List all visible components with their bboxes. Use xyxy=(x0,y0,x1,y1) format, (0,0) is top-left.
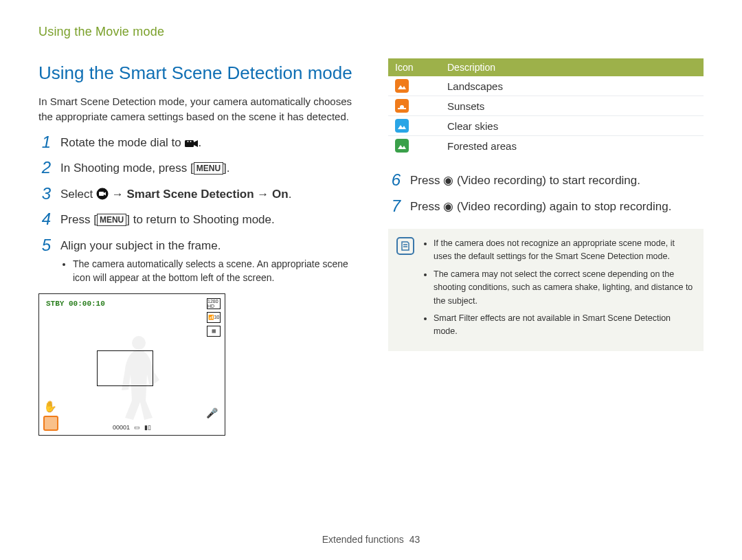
step-3: 3 Select → Smart Scene Detection → On. xyxy=(38,186,354,203)
settings-badge: ▦ xyxy=(207,326,221,337)
svg-rect-4 xyxy=(99,192,104,196)
page-footer: Extended functions 43 xyxy=(0,534,742,545)
preview-bottom-bar: 00001 ▭ ▮▯ xyxy=(39,424,225,431)
step-number: 7 xyxy=(388,198,401,214)
section-title: Using the Smart Scene Detection mode xyxy=(38,63,354,84)
step-text: Rotate the mode dial to xyxy=(60,136,185,149)
step-number: 4 xyxy=(38,211,51,227)
step-bold-1: Smart Scene Detection xyxy=(126,188,254,201)
table-row: Landscapes xyxy=(388,76,704,96)
step-text: Select xyxy=(60,188,96,201)
step-body: In Shooting mode, press [MENU]. xyxy=(60,159,354,177)
step-number: 6 xyxy=(388,172,401,188)
steps-list-right: 6 Press ◉ (Video recording) to start rec… xyxy=(388,172,704,215)
breadcrumb: Using the Movie mode xyxy=(38,25,704,39)
step-text-post: ]. xyxy=(223,161,229,175)
note-list: If the camera does not recognize an appr… xyxy=(423,237,694,339)
sub-bullet: The camera automatically selects a scene… xyxy=(73,257,354,285)
landscape-icon xyxy=(395,79,409,93)
intro-paragraph: In Smart Scene Detection mode, your came… xyxy=(38,94,354,124)
movie-mode-icon xyxy=(185,139,199,148)
step-number: 3 xyxy=(38,186,51,202)
svg-point-5 xyxy=(132,336,146,350)
page-root: Using the Movie mode Using the Smart Sce… xyxy=(0,0,742,560)
clear-sky-icon xyxy=(395,119,409,133)
step-text-post: ] to return to Shooting mode. xyxy=(126,213,274,226)
step-body: Press ◉ (Video recording) again to stop … xyxy=(410,198,704,216)
content-columns: Using the Smart Scene Detection mode In … xyxy=(38,58,704,436)
step-body: Select → Smart Scene Detection → On. xyxy=(60,186,354,203)
ois-icon: ✋ xyxy=(43,400,58,413)
menu-key: MENU xyxy=(194,162,223,175)
note-box: If the camera does not recognize an appr… xyxy=(388,229,704,351)
preview-right-icons: 1280 HD 📶30 ▦ xyxy=(207,298,221,337)
time-label: 00:00:10 xyxy=(69,300,105,308)
step-body: Rotate the mode dial to . xyxy=(60,134,354,152)
forest-icon xyxy=(395,139,409,153)
step-text-post: . xyxy=(289,188,292,201)
step-2: 2 In Shooting mode, press [MENU]. xyxy=(38,159,354,177)
step-body: Press [MENU] to return to Shooting mode. xyxy=(60,211,354,229)
storage-icon: ▭ xyxy=(134,424,140,431)
preview-status: STBY 00:00:10 xyxy=(46,300,105,308)
sunset-icon xyxy=(395,99,409,113)
note-item: The camera may not select the correct sc… xyxy=(434,268,694,308)
microphone-icon: 🎤 xyxy=(206,407,218,418)
table-row: Forested areas xyxy=(388,136,704,156)
note-item: Smart Filter effects are not available i… xyxy=(434,312,694,339)
table-row: Clear skies xyxy=(388,116,704,136)
note-item: If the camera does not recognize an appr… xyxy=(434,237,694,264)
table-header-desc: Description xyxy=(440,58,704,76)
step-text: Align your subject in the frame. xyxy=(60,239,221,252)
step-text-post: . xyxy=(199,136,202,149)
step-sub-bullets: The camera automatically selects a scene… xyxy=(73,257,354,285)
step-text: Press [ xyxy=(60,213,97,226)
hd-badge: 1280 HD xyxy=(207,298,221,309)
step-body: Press ◉ (Video recording) to start recor… xyxy=(410,172,704,190)
focus-rectangle xyxy=(97,350,153,386)
movie-settings-icon xyxy=(96,188,109,200)
footer-page-number: 43 xyxy=(409,534,420,545)
svg-rect-7 xyxy=(398,108,406,109)
step-4: 4 Press [MENU] to return to Shooting mod… xyxy=(38,211,354,229)
scene-description-table: Icon Description Landscapes Sunsets xyxy=(388,58,704,155)
svg-rect-0 xyxy=(185,140,194,147)
step-5: 5 Align your subject in the frame. The c… xyxy=(38,237,354,285)
step-7: 7 Press ◉ (Video recording) again to sto… xyxy=(388,198,704,216)
right-column: Icon Description Landscapes Sunsets xyxy=(388,58,704,436)
step-1: 1 Rotate the mode dial to . xyxy=(38,134,354,152)
footer-label: Extended functions xyxy=(322,534,404,545)
table-cell-label: Clear skies xyxy=(440,116,704,136)
table-header-icon: Icon xyxy=(388,58,440,76)
stby-label: STBY xyxy=(46,300,64,308)
step-number: 5 xyxy=(38,237,51,254)
table-cell-label: Sunsets xyxy=(440,96,704,116)
svg-point-2 xyxy=(190,141,191,142)
step-text: In Shooting mode, press [ xyxy=(60,161,194,175)
left-column: Using the Smart Scene Detection mode In … xyxy=(38,58,354,436)
step-number: 1 xyxy=(38,134,51,150)
battery-icon: ▮▯ xyxy=(144,424,151,431)
fps-badge: 📶30 xyxy=(207,312,221,323)
table-cell-label: Forested areas xyxy=(440,136,704,156)
step-body: Align your subject in the frame. The cam… xyxy=(60,237,354,285)
steps-list: 1 Rotate the mode dial to . xyxy=(38,134,354,285)
step-bold-2: On xyxy=(272,188,289,201)
arrow: → xyxy=(112,188,127,201)
table-cell-label: Landscapes xyxy=(440,76,704,96)
note-icon xyxy=(396,237,414,255)
menu-key: MENU xyxy=(97,214,126,226)
svg-point-1 xyxy=(187,141,188,142)
step-number: 2 xyxy=(38,159,51,176)
arrow: → xyxy=(254,188,272,201)
table-row: Sunsets xyxy=(388,96,704,116)
shots-remaining: 00001 xyxy=(113,424,130,431)
camera-preview: STBY 00:00:10 1280 HD 📶30 ▦ ✋ xyxy=(38,293,225,436)
step-6: 6 Press ◉ (Video recording) to start rec… xyxy=(388,172,704,190)
